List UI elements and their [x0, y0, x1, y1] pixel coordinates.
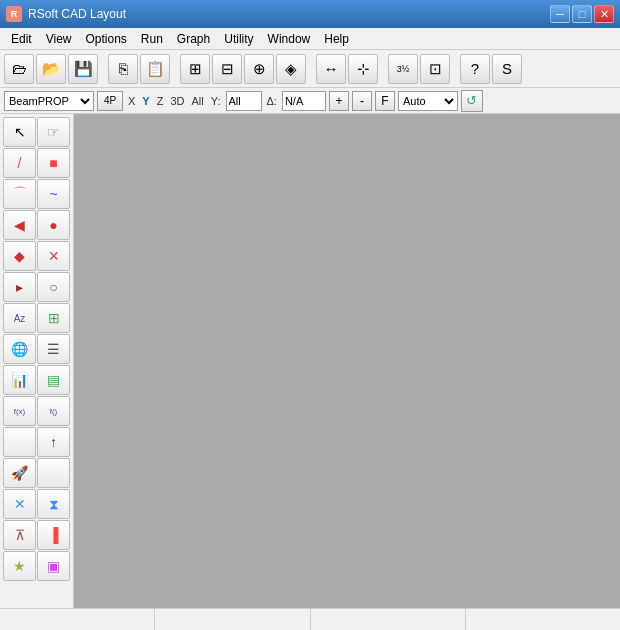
triangle-tool[interactable]: ▸ — [3, 272, 36, 302]
menu-item-utility[interactable]: Utility — [217, 30, 260, 48]
toolbox-row: ▸○ — [3, 272, 70, 302]
grid3-btn[interactable]: ⊕ — [244, 54, 274, 84]
save-btn[interactable]: 💾 — [68, 54, 98, 84]
arc-tool[interactable]: ⌒ — [3, 179, 36, 209]
toolbox-row: ⊼▐ — [3, 520, 70, 550]
paste-btn[interactable]: 📋 — [140, 54, 170, 84]
fx1-tool[interactable]: f(x) — [3, 396, 36, 426]
grid-tool[interactable]: ⊞ — [37, 303, 70, 333]
menu-item-view[interactable]: View — [39, 30, 79, 48]
empty-tool1[interactable] — [3, 427, 36, 457]
toolbox-row: ◀● — [3, 210, 70, 240]
menu-item-edit[interactable]: Edit — [4, 30, 39, 48]
menu-item-window[interactable]: Window — [261, 30, 318, 48]
timer-tool[interactable]: ⊼ — [3, 520, 36, 550]
hourglass-tool[interactable]: ⧗ — [37, 489, 70, 519]
open-btn[interactable]: 📂 — [36, 54, 66, 84]
threed-label: 3D — [168, 95, 186, 107]
y-value-input[interactable] — [226, 91, 262, 111]
title-buttons: ─ □ ✕ — [550, 5, 614, 23]
toolbox-row: ⌒~ — [3, 179, 70, 209]
star-tool[interactable]: ★ — [3, 551, 36, 581]
snap-btn[interactable]: ⊹ — [348, 54, 378, 84]
y-label: Y — [140, 95, 151, 107]
colorbox-tool[interactable]: ▣ — [37, 551, 70, 581]
title-text: RSoft CAD Layout — [28, 7, 126, 21]
toolbox-row: 🌐☰ — [3, 334, 70, 364]
menu-item-options[interactable]: Options — [78, 30, 133, 48]
y-value-label: Y: — [209, 95, 223, 107]
toolbox-row: ↑ — [3, 427, 70, 457]
title-bar: R RSoft CAD Layout ─ □ ✕ — [0, 0, 620, 28]
display-btn[interactable]: ⊡ — [420, 54, 450, 84]
close-button[interactable]: ✕ — [594, 5, 614, 23]
toolbox-row: 🚀 — [3, 458, 70, 488]
chart-tool[interactable]: 📊 — [3, 365, 36, 395]
x-label: X — [126, 95, 137, 107]
sim-btn[interactable]: S — [492, 54, 522, 84]
cross-tool[interactable]: ✕ — [37, 241, 70, 271]
title-left: R RSoft CAD Layout — [6, 6, 126, 22]
ellipse-tool[interactable]: ○ — [37, 272, 70, 302]
text-tool[interactable]: Az — [3, 303, 36, 333]
toolbox: ↖☞/■⌒~◀●◆✕▸○Az⊞🌐☰📊▤f(x)f()↑🚀✕⧗⊼▐★▣ — [0, 114, 74, 608]
status-seg-3 — [311, 609, 466, 630]
rect-tool[interactable]: ■ — [37, 148, 70, 178]
grid2-btn[interactable]: ⊟ — [212, 54, 242, 84]
zoom-out-btn[interactable]: - — [352, 91, 372, 111]
copy-btn[interactable]: ⎘ — [108, 54, 138, 84]
refresh-btn[interactable]: ↺ — [461, 90, 483, 112]
stack-tool[interactable]: ▤ — [37, 365, 70, 395]
z-label: Z — [155, 95, 166, 107]
menu-bar: EditViewOptionsRunGraphUtilityWindowHelp — [0, 28, 620, 50]
fx2-tool[interactable]: f() — [37, 396, 70, 426]
toolbox-row: 📊▤ — [3, 365, 70, 395]
empty-tool2[interactable] — [37, 458, 70, 488]
status-seg-4 — [466, 609, 620, 630]
bars-tool[interactable]: ▐ — [37, 520, 70, 550]
taper-tool[interactable]: ◀ — [3, 210, 36, 240]
zoom-select[interactable]: Auto — [398, 91, 458, 111]
pan-tool[interactable]: ☞ — [37, 117, 70, 147]
canvas-area[interactable] — [74, 114, 620, 608]
zoom-in-btn[interactable]: + — [329, 91, 349, 111]
toolbox-row: ✕⧗ — [3, 489, 70, 519]
coord-bar: BeamPROP 4P X Y Z 3D All Y: Δ: + - F Aut… — [0, 88, 620, 114]
zoom-fit-btn[interactable]: F — [375, 91, 395, 111]
minimize-button[interactable]: ─ — [550, 5, 570, 23]
app-icon: R — [6, 6, 22, 22]
cross2-tool[interactable]: ✕ — [3, 489, 36, 519]
circle-tool[interactable]: ● — [37, 210, 70, 240]
curve-tool[interactable]: ~ — [37, 179, 70, 209]
rocket-tool[interactable]: 🚀 — [3, 458, 36, 488]
grid1-btn[interactable]: ⊞ — [180, 54, 210, 84]
num-btn[interactable]: 3½ — [388, 54, 418, 84]
line-tool[interactable]: / — [3, 148, 36, 178]
profile-select[interactable]: BeamPROP — [4, 91, 94, 111]
move-btn[interactable]: ↔ — [316, 54, 346, 84]
status-seg-1 — [0, 609, 155, 630]
toolbox-row: /■ — [3, 148, 70, 178]
new-btn[interactable]: 🗁 — [4, 54, 34, 84]
main-area: ↖☞/■⌒~◀●◆✕▸○Az⊞🌐☰📊▤f(x)f()↑🚀✕⧗⊼▐★▣ — [0, 114, 620, 608]
list-tool[interactable]: ☰ — [37, 334, 70, 364]
help-btn[interactable]: ? — [460, 54, 490, 84]
menu-item-graph[interactable]: Graph — [170, 30, 217, 48]
arrow-tool[interactable]: ↑ — [37, 427, 70, 457]
select-tool[interactable]: ↖ — [3, 117, 36, 147]
toolbox-row: f(x)f() — [3, 396, 70, 426]
menu-item-run[interactable]: Run — [134, 30, 170, 48]
toolbox-row: ◆✕ — [3, 241, 70, 271]
toolbar: 🗁📂💾⎘📋⊞⊟⊕◈↔⊹3½⊡?S — [0, 50, 620, 88]
maximize-button[interactable]: □ — [572, 5, 592, 23]
profile-btn[interactable]: 4P — [97, 91, 123, 111]
diamond-tool[interactable]: ◆ — [3, 241, 36, 271]
status-seg-2 — [155, 609, 310, 630]
status-bar — [0, 608, 620, 630]
menu-item-help[interactable]: Help — [317, 30, 356, 48]
grid4-btn[interactable]: ◈ — [276, 54, 306, 84]
delta-label: Δ: — [265, 95, 279, 107]
globe-tool[interactable]: 🌐 — [3, 334, 36, 364]
toolbox-row: ↖☞ — [3, 117, 70, 147]
delta-input[interactable] — [282, 91, 326, 111]
